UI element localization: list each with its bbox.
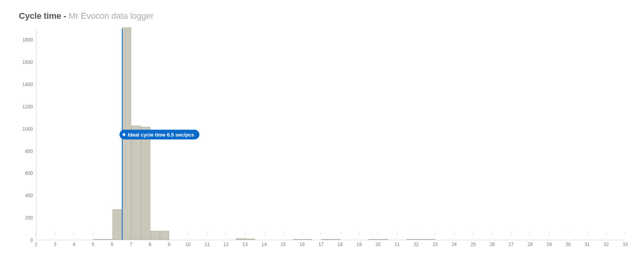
y-axis: 020040060080010001200140016001800 [19,29,36,240]
x-tick-mark [245,232,245,235]
chart-title: Cycle time - Mr Evocon data logger [19,11,625,21]
histogram-bar [378,239,388,240]
x-tick-mark [492,232,492,235]
x-tick-label: 8 [149,242,152,247]
histogram-bar [112,209,122,240]
y-tick-label: 600 [25,171,33,176]
x-tick-mark [397,232,397,235]
x-tick-mark [93,232,93,235]
x-tick-label: 11 [204,242,210,247]
x-tick-mark [549,232,549,235]
x-tick-label: 10 [185,242,190,247]
x-tick-mark [606,232,606,235]
y-tick-label: 1600 [22,59,33,65]
dot-icon [123,133,125,136]
x-tick-label: 14 [262,242,267,247]
x-tick-mark [169,232,169,235]
histogram-bar [302,239,312,240]
x-tick-label: 3 [54,242,56,247]
x-tick-mark [473,232,473,235]
x-tick-mark [188,232,188,235]
y-tick-label: 400 [25,193,33,198]
x-tick-label: 9 [168,242,170,247]
x-tick-label: 2 [35,242,38,247]
histogram-bar [103,239,112,240]
y-tick-label: 0 [30,237,33,243]
histogram-bar [407,239,416,240]
x-tick-label: 4 [73,242,76,247]
x-tick-mark [378,232,378,235]
x-tick-mark [150,232,150,235]
x-tick-mark [435,232,435,235]
x-tick-mark [530,232,530,235]
x-tick-mark [340,232,340,235]
x-tick-label: 27 [508,242,514,247]
x-tick-mark [36,232,36,235]
histogram-bar [141,127,150,240]
x-tick-mark [359,232,359,235]
histogram-bar [236,238,245,240]
x-tick-mark [131,232,131,235]
x-tick-label: 25 [470,242,476,247]
x-tick-label: 29 [546,242,552,247]
x-tick-mark [207,232,207,235]
x-tick-mark [625,232,626,235]
x-tick-label: 6 [111,242,114,247]
x-tick-label: 33 [622,242,628,247]
x-tick-label: 20 [376,242,381,247]
x-tick-mark [416,232,416,235]
y-tick-label: 1000 [22,126,33,132]
histogram-bar [369,239,378,240]
y-tick-label: 1200 [22,104,33,110]
x-tick-mark [264,232,264,235]
x-tick-label: 13 [242,242,248,247]
x-tick-label: 18 [338,242,343,247]
histogram-bar [245,239,255,240]
x-tick-mark [283,232,283,235]
chart-title-sub: Mr Evocon data logger [69,11,154,21]
x-tick-label: 30 [566,242,571,247]
histogram-bar [293,239,302,240]
histogram-bar [416,239,426,240]
x-tick-mark [55,232,55,235]
x-tick-mark [112,232,112,235]
x-tick-label: 12 [223,242,228,247]
x-tick-mark [302,232,302,235]
x-tick-label: 31 [584,242,590,247]
x-tick-label: 17 [318,242,324,247]
chart-area: 020040060080010001200140016001800 Ideal … [19,29,625,248]
x-tick-mark [454,232,454,235]
x-tick-label: 23 [432,242,438,247]
x-tick-label: 28 [528,242,533,247]
y-tick-label: 800 [25,149,33,154]
x-tick-mark [587,232,587,235]
x-tick-label: 22 [414,242,419,247]
histogram-bar [426,239,435,240]
histogram-bar [93,239,103,240]
histogram-bar [160,231,169,240]
x-tick-label: 32 [604,242,609,247]
x-tick-label: 5 [92,242,94,247]
chart-title-sep: - [61,11,69,21]
histogram-bar [150,231,160,240]
x-tick-label: 24 [452,242,457,247]
x-tick-label: 19 [356,242,362,247]
x-axis: 2345678910111213141516171819202122232425… [36,240,625,248]
x-tick-mark [321,232,321,235]
x-tick-label: 7 [130,242,132,247]
x-tick-label: 21 [394,242,400,247]
histogram-bar [131,126,141,240]
histogram-bar [321,239,331,240]
ideal-cycle-time-badge: Ideal cycle time 6.5 sec/pcs [119,129,199,139]
x-tick-label: 15 [280,242,286,247]
x-tick-label: 26 [490,242,495,247]
x-tick-mark [226,232,226,235]
histogram-bar [331,239,340,240]
x-tick-label: 16 [300,242,305,247]
y-tick-label: 200 [25,215,33,221]
chart-title-main: Cycle time [19,11,61,21]
plot-area: Ideal cycle time 6.5 sec/pcs [36,29,625,240]
y-tick-label: 1400 [22,82,33,87]
x-tick-mark [74,232,74,235]
ideal-cycle-time-label: Ideal cycle time 6.5 sec/pcs [128,131,194,137]
